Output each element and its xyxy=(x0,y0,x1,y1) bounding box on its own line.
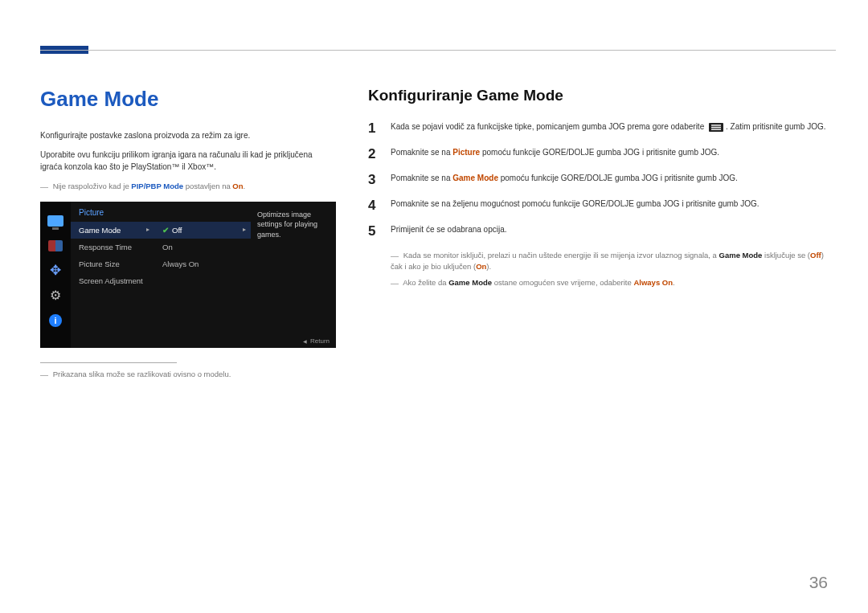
step-text: Pomaknite se na Game Mode pomoću funkcij… xyxy=(391,172,836,185)
note-dash: ― xyxy=(40,182,48,191)
menu-icon xyxy=(709,123,723,132)
svg-rect-3 xyxy=(711,129,721,129)
header-divider xyxy=(40,50,836,51)
availability-note: ― Nije raspoloživo kad je PIP/PBP Mode p… xyxy=(40,180,336,192)
section-title: Konfiguriranje Game Mode xyxy=(368,87,836,104)
step-number: 1 xyxy=(368,121,378,137)
osd-return-hint: ◀Return xyxy=(303,337,330,345)
check-icon: ✔ xyxy=(162,226,169,235)
page-content: Game Mode Konfigurirajte postavke zaslon… xyxy=(40,87,836,380)
step-text: Pomaknite se na Picture pomoću funkcije … xyxy=(391,146,836,159)
osd-option-off: ✔Off xyxy=(154,222,251,239)
step-4: 4 Pomaknite se na željenu mogućnost pomo… xyxy=(368,198,836,214)
intro-paragraph-2: Uporabite ovu funkciju prilikom igranja … xyxy=(40,149,336,174)
osd-menu-column: Picture Game Mode Response Time Picture … xyxy=(71,202,154,348)
intro-paragraph-1: Konfigurirajte postavke zaslona proizvod… xyxy=(40,129,336,142)
left-column: Game Mode Konfigurirajte postavke zaslon… xyxy=(40,87,336,380)
step-5: 5 Primijenit će se odabrana opcija. xyxy=(368,223,836,239)
osd-menu-game-mode: Game Mode xyxy=(71,222,154,239)
steps-list: 1 Kada se pojavi vodič za funkcijske tip… xyxy=(368,121,836,239)
osd-description: Optimizes image settings for playing gam… xyxy=(251,202,336,348)
step-2: 2 Pomaknite se na Picture pomoću funkcij… xyxy=(368,146,836,162)
osd-option-always-on: Always On xyxy=(154,255,251,272)
step-1: 1 Kada se pojavi vodič za funkcijske tip… xyxy=(368,121,836,137)
page-title: Game Mode xyxy=(40,87,336,112)
monitor-icon xyxy=(46,213,65,229)
step-number: 5 xyxy=(368,223,378,239)
osd-menu-response-time: Response Time xyxy=(71,239,154,255)
image-caption-note: ― Prikazana slika može se razlikovati ov… xyxy=(40,368,336,380)
osd-screenshot: ✥ ⚙ i Picture Game Mode Response Time Pi… xyxy=(40,202,336,348)
footnote-divider xyxy=(40,362,177,363)
trailing-notes: ― Kada se monitor isključi, prelazi u na… xyxy=(368,249,836,288)
note-dash: ― xyxy=(391,279,399,288)
step-text: Pomaknite se na željenu mogućnost pomoću… xyxy=(391,198,836,210)
pbp-icon xyxy=(46,238,65,254)
info-icon: i xyxy=(46,313,65,329)
note-always-on: ― Ako želite da Game Mode ostane omoguće… xyxy=(391,276,836,288)
osd-options-column: ✔Off On Always On xyxy=(154,202,251,348)
note-dash: ― xyxy=(40,370,48,379)
step-text: Primijenit će se odabrana opcija. xyxy=(391,223,836,236)
step-text: Kada se pojavi vodič za funkcijske tipke… xyxy=(391,121,836,133)
svg-rect-2 xyxy=(711,127,721,128)
osd-option-on: On xyxy=(154,239,251,255)
osd-menu-picture-size: Picture Size xyxy=(71,255,154,272)
osd-section-header: Picture xyxy=(71,202,154,222)
right-column: Konfiguriranje Game Mode 1 Kada se pojav… xyxy=(368,87,836,380)
step-number: 2 xyxy=(368,146,378,162)
osd-sidebar-icons: ✥ ⚙ i xyxy=(40,202,71,348)
step-3: 3 Pomaknite se na Game Mode pomoću funkc… xyxy=(368,172,836,188)
osd-menu-screen-adjustment: Screen Adjustment xyxy=(71,272,154,289)
osd-options-spacer xyxy=(154,202,251,222)
note-dash: ― xyxy=(391,251,399,260)
triangle-left-icon: ◀ xyxy=(303,339,307,344)
note-off-signal: ― Kada se monitor isključi, prelazi u na… xyxy=(391,249,836,273)
step-number: 3 xyxy=(368,172,378,188)
step-number: 4 xyxy=(368,198,378,214)
move-icon: ✥ xyxy=(46,263,65,279)
page-number: 36 xyxy=(809,573,828,592)
svg-rect-1 xyxy=(711,125,721,125)
gear-icon: ⚙ xyxy=(46,288,65,304)
osd-panel: Picture Game Mode Response Time Picture … xyxy=(71,202,336,348)
